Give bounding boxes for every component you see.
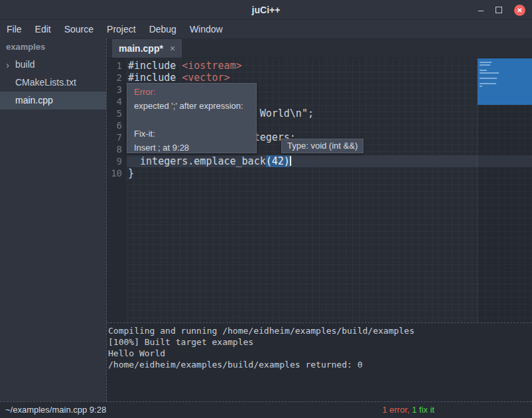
terminal-line: Hello World [108, 348, 532, 359]
close-button-icon[interactable]: ✕ [514, 5, 525, 16]
menu-project[interactable]: Project [100, 21, 143, 37]
status-error-count: 1 error, [382, 405, 409, 415]
minimap-line [480, 64, 490, 66]
tree-item-maincpp[interactable]: main.cpp [0, 92, 106, 109]
fixit-text: Insert ; at 9:28 [134, 141, 249, 155]
code-token-highlighted-args: (42) [266, 155, 290, 167]
menu-debug[interactable]: Debug [143, 21, 183, 37]
tab-maincpp[interactable]: main.cpp* × [112, 39, 182, 58]
type-tooltip: Type: void (int &&) [281, 139, 364, 153]
line-number-gutter: 1 2 3 4 5 6 7 8 9 10 [107, 58, 127, 322]
status-diagnostics: 1 error, 1 fix it [382, 402, 434, 418]
code-line[interactable]: } [127, 167, 532, 179]
line-number: 2 [107, 72, 122, 84]
minimap-line [480, 86, 482, 87]
terminal-line: /home/eidheim/examples/build/examples re… [108, 359, 532, 370]
titlebar: juCi++ – ✕ [0, 0, 532, 20]
menu-source[interactable]: Source [58, 21, 100, 37]
window-controls: – ✕ [478, 0, 525, 20]
error-tooltip-message: expected ';' after expression: [134, 99, 249, 113]
code-line[interactable]: #include <iostream> [127, 60, 532, 72]
terminal-line: Compiling and running /home/eidheim/exam… [108, 325, 532, 336]
code-minimap[interactable] [478, 58, 532, 105]
tabbar: main.cpp* × [107, 38, 532, 58]
minimap-line [480, 72, 499, 74]
fixit-label: Fix-it: [134, 127, 249, 141]
error-tooltip: Error: expected ';' after expression: Fi… [127, 83, 257, 153]
terminal-line: [100%] Built target examples [108, 336, 532, 348]
menu-window[interactable]: Window [183, 21, 230, 37]
menubar: File Edit Source Project Debug Window [0, 20, 532, 38]
minimap-line [480, 62, 492, 63]
code-token-header: <vector> [182, 72, 230, 84]
tree-item-label: build [15, 59, 35, 70]
editor-pane: main.cpp* × 1 2 3 4 5 6 7 8 9 10 #includ… [106, 38, 532, 401]
line-number: 1 [107, 60, 122, 72]
tree-item-cmakelists[interactable]: CMakeLists.txt [0, 74, 106, 92]
code-line-current[interactable]: integers.emplace_back(42) [127, 155, 532, 167]
code-token-header: <iostream> [182, 60, 241, 72]
tree-item-build[interactable]: › build [0, 56, 106, 74]
line-number: 3 [107, 84, 122, 96]
tree-item-label: main.cpp [15, 95, 53, 105]
code-token: integers.emplace_back [128, 155, 266, 167]
text-cursor [290, 156, 291, 166]
source-editor: 1 2 3 4 5 6 7 8 9 10 #include <iostream>… [107, 58, 532, 322]
line-number: 9 [107, 155, 122, 167]
file-tree-sidebar: examples › build CMakeLists.txt main.cpp [0, 38, 106, 401]
code-token: #include [128, 60, 182, 72]
tree-item-label: CMakeLists.txt [15, 77, 76, 88]
error-tooltip-spacer [134, 113, 249, 127]
code-token: #include [128, 72, 182, 84]
build-output-terminal: Compiling and running /home/eidheim/exam… [107, 322, 532, 401]
restore-button-icon[interactable] [496, 7, 502, 13]
code-line[interactable]: #include <vector> [127, 72, 532, 84]
status-file-location: ~/examples/main.cpp 9:28 [5, 402, 106, 418]
window-title: juCi++ [0, 0, 532, 20]
line-number: 5 [107, 107, 122, 119]
minimize-button-icon[interactable]: – [478, 7, 484, 13]
line-number: 6 [107, 119, 122, 131]
line-number: 7 [107, 131, 122, 143]
chevron-right-icon[interactable]: › [6, 56, 9, 74]
minimap-line [480, 83, 496, 84]
statusbar: ~/examples/main.cpp 9:28 1 error, 1 fix … [0, 401, 532, 418]
tab-close-icon[interactable]: × [170, 43, 175, 54]
status-fixit-count: 1 fix it [412, 405, 434, 415]
error-tooltip-title: Error: [134, 85, 249, 99]
menu-file[interactable]: File [0, 21, 29, 37]
project-folder-label: examples [0, 38, 106, 56]
tab-label: main.cpp* [119, 43, 163, 54]
minimap-line [480, 70, 487, 71]
line-number: 4 [107, 96, 122, 107]
line-number: 10 [107, 167, 122, 179]
minimap-line [480, 78, 497, 79]
line-number: 8 [107, 143, 122, 155]
menu-edit[interactable]: Edit [29, 21, 58, 37]
